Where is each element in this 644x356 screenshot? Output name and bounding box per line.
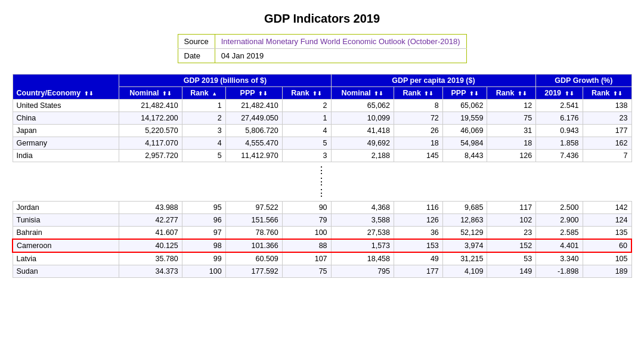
source-value: International Monetary Fund World Econom… [215, 35, 466, 49]
gdp-table: Country/Economy ⬆⬇ GDP 2019 (billions of… [12, 74, 632, 278]
table-row: China14,172.200227,449.050110,0997219,55… [13, 112, 631, 125]
table-row: Cameroon40.12598101.366881,5731533,97415… [13, 239, 631, 252]
country-header[interactable]: Country/Economy ⬆⬇ [13, 75, 119, 100]
nominal-header-2[interactable]: Nominal ⬆⬇ [331, 87, 394, 100]
table-row: Japan5,220.57035,806.720441,4182646,0693… [13, 125, 631, 137]
table-row: Latvia35.7809960.50910718,4584931,215533… [13, 252, 631, 265]
date-label: Date [178, 49, 215, 63]
nominal-header-1[interactable]: Nominal ⬆⬇ [119, 87, 182, 100]
table-row: Jordan43.9889597.522904,3681169,6851172.… [13, 202, 631, 214]
rank-header-1[interactable]: Rank ▲ [182, 87, 225, 100]
date-value: 04 Jan 2019 [215, 49, 466, 63]
page-title: GDP Indicators 2019 [12, 12, 632, 26]
gdp-billions-header: GDP 2019 (billions of $) [119, 75, 331, 87]
ellipsis-row: ⋮⋮⋮ [13, 162, 631, 202]
rank-header-2[interactable]: Rank ⬆⬇ [282, 87, 331, 100]
ppp-header-1[interactable]: PPP ⬆⬇ [225, 87, 282, 100]
rank-header-5[interactable]: Rank ⬆⬇ [583, 87, 631, 100]
country-sort-icon[interactable]: ⬆⬇ [84, 91, 94, 97]
table-row: Bahrain41.6079778.76010027,5383652,12923… [13, 227, 631, 240]
gdp-per-capita-header: GDP per capita 2019 ($) [331, 75, 536, 87]
table-row: Tunisia42.27796151.566793,58812612,86310… [13, 214, 631, 227]
table-row: Sudan34.373100177.592757951774,109149-1.… [13, 265, 631, 278]
source-info-table: Source International Monetary Fund World… [178, 34, 467, 63]
source-label: Source [178, 35, 215, 49]
table-row: United States21,482.410121,482.410265,06… [13, 100, 631, 112]
table-row: Germany4,117.07044,555.470549,6921854,98… [13, 137, 631, 150]
rank-header-4[interactable]: Rank ⬆⬇ [487, 87, 536, 100]
2019-header[interactable]: 2019 ⬆⬇ [536, 87, 583, 100]
gdp-growth-header: GDP Growth (%) [536, 75, 631, 87]
rank-header-3[interactable]: Rank ⬆⬇ [394, 87, 442, 100]
table-row: India2,957.720511,412.97032,1881458,4431… [13, 150, 631, 162]
ppp-header-2[interactable]: PPP ⬆⬇ [442, 87, 487, 100]
